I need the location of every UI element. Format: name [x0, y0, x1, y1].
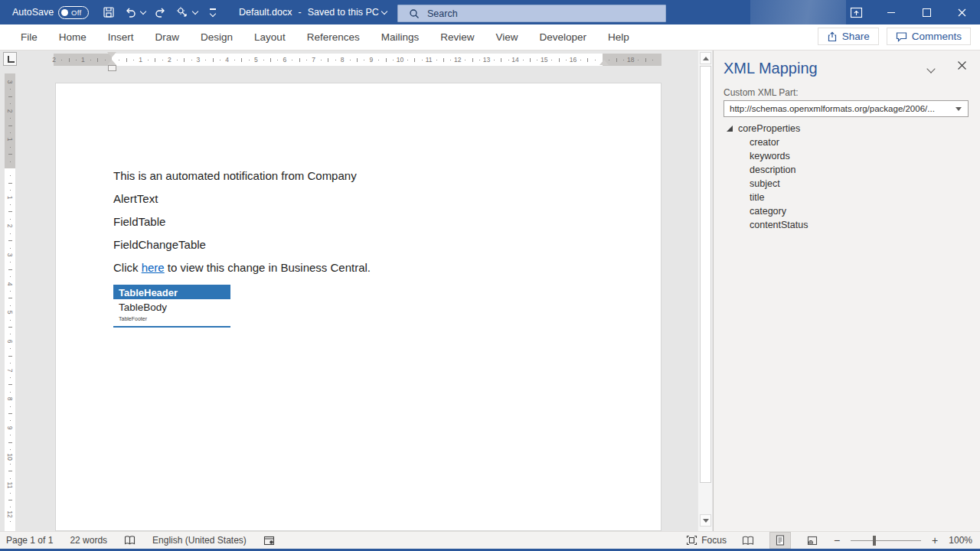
vertical-ruler[interactable]: 321123456789101112 [5, 73, 15, 531]
ribbon-tab[interactable]: Home [48, 25, 97, 49]
document-paragraph[interactable]: FieldChangeTable [113, 239, 619, 250]
ribbon-display-options-button[interactable] [838, 0, 874, 24]
tree-node[interactable]: subject [714, 177, 980, 191]
ribbon-tab[interactable]: File [10, 25, 48, 49]
scroll-down-button[interactable] [700, 514, 711, 527]
ribbon-tab[interactable]: Mailings [371, 25, 430, 49]
ruler-tick [537, 60, 537, 60]
customize-qat-button[interactable] [204, 0, 222, 24]
comments-button[interactable]: Comments [887, 28, 971, 45]
page-indicator[interactable]: Page 1 of 1 [6, 535, 53, 546]
vertical-scrollbar[interactable] [697, 51, 712, 531]
zoom-out-button[interactable]: − [834, 534, 840, 546]
autosave-toggle[interactable]: Off [58, 0, 89, 24]
ruler-number: 3 [6, 253, 14, 257]
pane-close-button[interactable] [957, 60, 969, 73]
custom-xml-part-dropdown[interactable]: http://schemas.openxmlformats.org/packag… [724, 100, 969, 117]
autosave-toggle-pill[interactable]: Off [58, 6, 89, 19]
close-button[interactable] [944, 0, 979, 24]
document-paragraph[interactable]: This is an automated notification from C… [113, 170, 619, 181]
word-count[interactable]: 22 words [70, 535, 107, 546]
redo-button[interactable] [152, 0, 170, 24]
ruler-tick [436, 60, 437, 60]
ruler-number: 18 [627, 56, 634, 64]
tree-node[interactable]: keywords [714, 149, 980, 163]
tree-node[interactable]: description [714, 163, 980, 177]
left-indent-marker[interactable] [108, 65, 116, 71]
table-footer-cell[interactable]: TableFooter [113, 313, 230, 328]
ribbon-tab[interactable]: Layout [243, 25, 296, 49]
hanging-indent-marker[interactable] [107, 60, 116, 65]
ruler-tick [10, 118, 11, 119]
touch-mode-button[interactable] [173, 0, 191, 24]
ruler-tick [393, 60, 394, 60]
ribbon-tab[interactable]: Developer [529, 25, 598, 49]
tree-node[interactable]: title [714, 191, 980, 204]
zoom-slider-thumb[interactable] [873, 536, 876, 546]
ruler-number: 1 [6, 138, 14, 142]
share-button[interactable]: Share [818, 28, 879, 45]
tree-node-root[interactable]: coreProperties [714, 122, 980, 135]
undo-dropdown[interactable] [138, 0, 145, 24]
document-body[interactable]: This is an automated notification from C… [113, 170, 619, 328]
language-indicator[interactable]: English (United States) [152, 535, 247, 546]
document-title[interactable]: Default.docx - Saved to this PC [239, 0, 387, 24]
ruler-number: 4 [225, 56, 229, 64]
read-mode-button[interactable] [737, 532, 759, 549]
ruler-number: 9 [369, 56, 373, 64]
proofing-button[interactable] [124, 535, 136, 546]
document-page[interactable]: This is an automated notification from C… [55, 83, 662, 531]
focus-button[interactable]: Focus [686, 535, 727, 546]
zoom-level[interactable]: 100% [949, 535, 972, 546]
zoom-slider[interactable] [851, 535, 921, 546]
touch-mode-dropdown[interactable] [190, 0, 198, 24]
save-button[interactable] [100, 0, 118, 24]
ribbon-tab[interactable]: Review [430, 25, 485, 49]
horizontal-ruler[interactable]: 211234567891011121314151618 [54, 54, 662, 66]
ruler-tick [566, 60, 567, 60]
account-area[interactable] [750, 0, 846, 24]
ruler-tick [292, 60, 292, 60]
ruler-tick [414, 58, 415, 62]
tree-node[interactable]: creator [714, 135, 980, 149]
tab-stop-selector[interactable] [3, 52, 17, 66]
ruler-tick [378, 60, 379, 60]
search-input[interactable]: Search [397, 5, 666, 22]
document-paragraph[interactable]: AlertText [113, 193, 619, 204]
zoom-in-button[interactable]: + [932, 534, 938, 546]
document-paragraph[interactable]: FieldTable [113, 216, 619, 227]
ribbon-tab[interactable]: References [296, 25, 371, 49]
ruler-tick [277, 60, 278, 60]
scroll-up-button[interactable] [700, 52, 711, 64]
ribbon-tab[interactable]: Insert [97, 25, 145, 49]
ruler-tick [10, 334, 11, 334]
collapse-triangle-icon[interactable] [727, 126, 733, 132]
here-hyperlink[interactable]: here [142, 261, 165, 274]
ruler-tick [357, 58, 358, 62]
document-paragraph-link[interactable]: Click here to view this change in Busine… [113, 262, 619, 273]
web-layout-button[interactable] [802, 532, 823, 549]
undo-button[interactable] [121, 0, 139, 24]
minimize-button[interactable] [874, 0, 909, 24]
ruler-tick [10, 204, 11, 205]
print-layout-button[interactable] [769, 532, 791, 549]
tree-node[interactable]: contentStatus [714, 218, 980, 232]
pane-options-chevron-icon[interactable] [926, 64, 935, 73]
right-indent-marker[interactable] [599, 60, 609, 65]
first-line-indent-marker[interactable] [107, 52, 116, 57]
maximize-button[interactable] [909, 0, 944, 24]
table-body-cell[interactable]: TableBody [113, 299, 230, 313]
document-table[interactable]: TableHeader TableBody TableFooter [113, 285, 230, 328]
ribbon-tab[interactable]: Design [190, 25, 243, 49]
ribbon-tab[interactable]: View [485, 25, 528, 49]
ruler-tick [10, 377, 11, 378]
maximize-icon [923, 8, 931, 17]
tree-node[interactable]: category [714, 204, 980, 218]
table-header-cell[interactable]: TableHeader [113, 285, 230, 299]
scrollbar-thumb[interactable] [700, 66, 711, 483]
ribbon-tab[interactable]: Help [597, 25, 640, 49]
macro-record-button[interactable] [263, 536, 275, 546]
tree-children: creatorkeywordsdescriptionsubjecttitleca… [714, 135, 980, 232]
ribbon-tab[interactable]: Draw [145, 25, 191, 49]
xml-mapping-pane: XML Mapping Custom XML Part: http://sche… [713, 51, 980, 531]
